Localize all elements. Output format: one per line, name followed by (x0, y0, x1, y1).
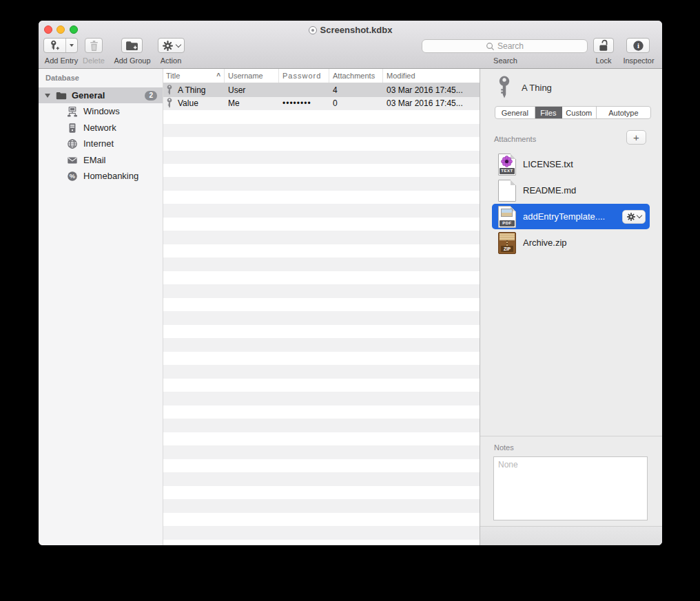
window-chrome: Screenshot.kdbx Add Entry (39, 21, 662, 69)
inspector-tabs: General Files Custom Autotype (495, 106, 651, 119)
sidebar-item-label: Homebanking (83, 171, 138, 181)
sidebar: Database General 2 (39, 69, 163, 545)
key-icon (166, 85, 173, 96)
inspector-panel: A Thing General Files Custom Autotype At… (480, 69, 662, 545)
search-input[interactable]: Search (422, 39, 588, 53)
entry-username: User (225, 85, 279, 95)
folder-plus-icon (125, 41, 138, 51)
content-area: Database General 2 (39, 69, 662, 545)
file-type-badge: TEXT (500, 168, 515, 174)
sidebar-section-header: Database (45, 74, 79, 82)
entry-modified: 03 Mar 2016 17:45... (383, 85, 480, 95)
add-entry-label: Add Entry (39, 56, 84, 65)
lock-label: Lock (590, 56, 617, 65)
entry-title: A Thing (178, 85, 205, 95)
svg-text:i: i (637, 41, 639, 50)
tab-autotype[interactable]: Autotype (597, 107, 650, 118)
attachment-row[interactable]: ZIP Archive.zip (492, 230, 650, 255)
disclosure-triangle-icon[interactable] (45, 94, 50, 98)
inspector-label: Inspector (617, 56, 660, 65)
sort-ascending-icon: ^ (216, 72, 220, 80)
add-entry-dropdown[interactable] (65, 39, 77, 52)
sidebar-item-label: EMail (83, 155, 106, 165)
attachment-row[interactable]: TEXT LICENSE.txt (492, 151, 650, 177)
attachment-name: addEntryTemplate.... (523, 211, 605, 222)
sidebar-item-email[interactable]: EMail (39, 152, 163, 168)
action-label: Action (153, 56, 189, 65)
entry-password: •••••••• (279, 98, 329, 108)
entry-table: Title ^ Username Password Attachments Mo… (163, 69, 480, 545)
attachments-label: Attachments (494, 135, 536, 143)
attachment-row[interactable]: README.md (492, 178, 650, 203)
divider (480, 436, 662, 436)
tab-custom[interactable]: Custom (562, 107, 597, 118)
delete-button[interactable] (85, 38, 103, 53)
svg-text:%: % (70, 173, 76, 180)
entry-count-badge: 2 (145, 91, 157, 101)
dropdown-triangle-icon (70, 44, 74, 47)
zip-file-icon: ZIP (498, 232, 516, 254)
search-icon (486, 42, 495, 51)
add-group-button[interactable] (121, 38, 143, 53)
pdf-file-icon: PDF (498, 206, 516, 228)
column-header-modified[interactable]: Modified (383, 69, 480, 83)
sidebar-item-network[interactable]: Network (39, 120, 163, 136)
column-header-password[interactable]: Password (279, 69, 329, 83)
entry-modified: 03 Mar 2016 17:45... (383, 98, 480, 108)
notes-label: Notes (494, 443, 514, 452)
column-header-title[interactable]: Title ^ (163, 69, 225, 83)
text-file-icon: TEXT (498, 154, 516, 176)
sidebar-item-windows[interactable]: Windows (39, 103, 163, 119)
window-title: Screenshot.kdbx (320, 25, 393, 35)
key-plus-icon[interactable] (44, 39, 65, 52)
file-type-badge: ZIP (501, 246, 513, 252)
chevron-down-icon (175, 41, 181, 47)
sidebar-item-homebanking[interactable]: % Homebanking (39, 168, 163, 184)
attachment-name: Archive.zip (523, 238, 567, 248)
envelope-icon (67, 155, 78, 166)
search-label: Search (480, 56, 531, 65)
lock-button[interactable] (593, 38, 614, 53)
notes-textarea[interactable] (493, 456, 648, 520)
table-row[interactable]: A Thing User 4 03 Mar 2016 17:45... (163, 83, 480, 97)
attachment-name: README.md (523, 185, 576, 196)
file-type-badge: PDF (500, 220, 515, 226)
plain-file-icon (498, 180, 516, 202)
globe-icon (67, 138, 78, 149)
attachment-action-button[interactable] (622, 210, 646, 224)
tab-files[interactable]: Files (535, 107, 562, 118)
table-row[interactable]: Value Me •••••••• 0 03 Mar 2016 17:45... (163, 97, 480, 111)
column-header-attachments[interactable]: Attachments (329, 69, 383, 83)
network-icon (67, 123, 78, 134)
chevron-down-icon (636, 213, 641, 218)
sidebar-item-internet[interactable]: Internet (39, 136, 163, 151)
sidebar-item-label: Network (83, 123, 116, 133)
document-icon (309, 26, 317, 34)
sidebar-item-general[interactable]: General 2 (39, 87, 163, 103)
key-icon (166, 98, 173, 109)
search-placeholder: Search (497, 41, 524, 51)
entry-title: Value (178, 98, 198, 108)
tab-general[interactable]: General (495, 107, 535, 118)
add-entry-button[interactable] (43, 38, 78, 53)
unlocked-padlock-icon (598, 39, 610, 52)
inspector-footer (480, 526, 662, 545)
key-icon (497, 76, 511, 100)
attachment-row-selected[interactable]: PDF addEntryTemplate.... (492, 204, 650, 229)
column-header-username[interactable]: Username (225, 69, 279, 83)
add-attachment-button[interactable]: + (626, 130, 646, 145)
action-button[interactable] (158, 38, 185, 53)
sidebar-item-label: Internet (83, 138, 114, 149)
inspector-button[interactable]: i (626, 38, 650, 53)
percent-icon: % (67, 171, 78, 182)
folder-icon (56, 90, 67, 101)
entry-attachment-count: 4 (329, 85, 383, 95)
sidebar-item-label: Windows (83, 106, 120, 116)
entry-attachment-count: 0 (329, 98, 383, 108)
entry-username: Me (225, 98, 279, 108)
inspector-entry-title: A Thing (522, 83, 552, 93)
empty-row-stripes (163, 110, 480, 545)
table-header: Title ^ Username Password Attachments Mo… (163, 69, 480, 83)
info-icon: i (632, 40, 644, 52)
gear-icon (627, 213, 635, 221)
